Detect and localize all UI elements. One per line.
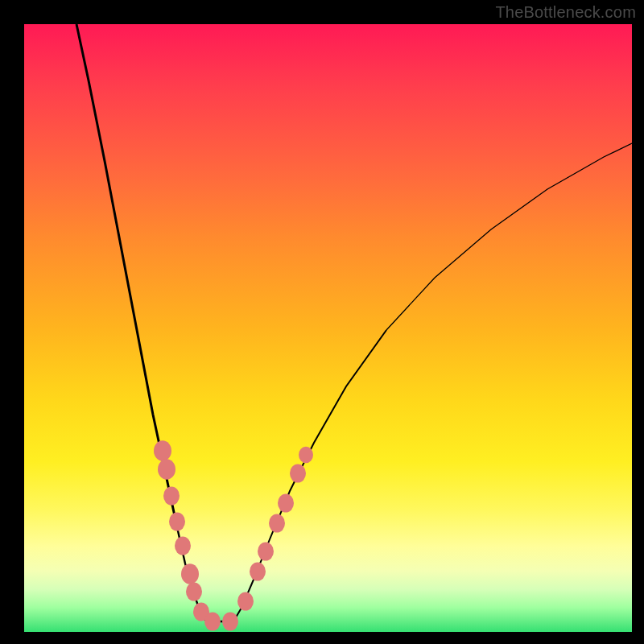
data-dot — [237, 592, 254, 611]
data-dot — [181, 564, 199, 584]
data-dots — [154, 440, 313, 630]
data-dot — [278, 494, 294, 513]
data-dot — [269, 514, 285, 533]
data-dot — [204, 613, 221, 631]
curve-overlay — [24, 24, 632, 632]
attribution-text: TheBottleneck.com — [495, 3, 636, 22]
data-dot — [222, 613, 238, 631]
data-dot — [186, 583, 202, 601]
chart-frame: TheBottleneck.com — [0, 0, 644, 644]
data-dot — [175, 537, 191, 555]
data-dot — [158, 459, 175, 479]
data-dot — [154, 440, 171, 460]
data-dot — [250, 563, 266, 581]
data-dot — [299, 447, 313, 464]
data-dot — [290, 464, 306, 483]
data-dot — [163, 487, 180, 506]
data-dot — [258, 543, 274, 561]
data-dot — [169, 513, 185, 531]
plot-area — [24, 24, 632, 632]
bottleneck-curve-right-tail — [386, 143, 632, 330]
